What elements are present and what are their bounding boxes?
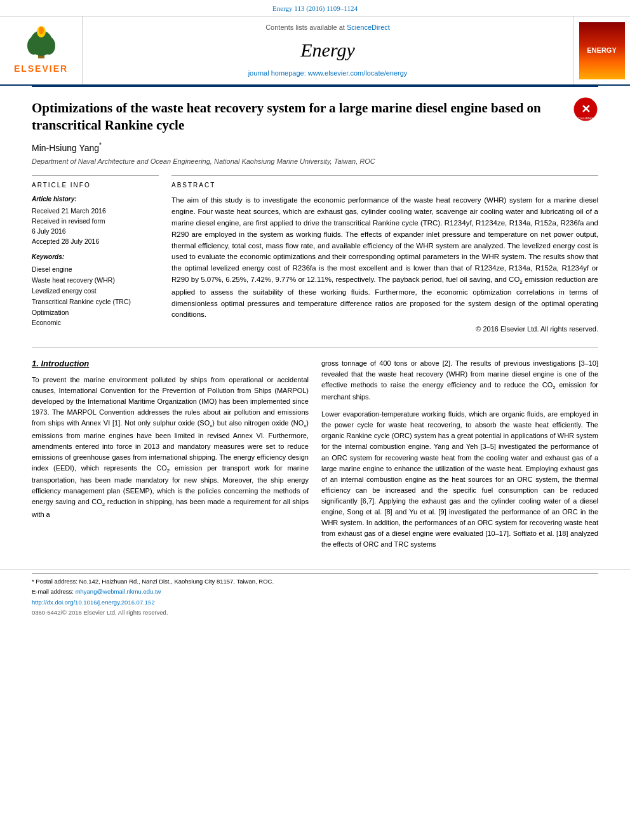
- intro-left-para-1: To prevent the marine environment pollut…: [32, 375, 309, 520]
- keyword-3: Levelized energy cost: [32, 286, 159, 297]
- keywords-list: Diesel engine Waste heat recovery (WHR) …: [32, 264, 159, 328]
- journal-title-area: Contents lists available at ScienceDirec…: [83, 17, 573, 84]
- keyword-4: Transcritical Rankine cycle (TRC): [32, 297, 159, 307]
- title-row: ✕ CrossMark Optimizations of the waste h…: [32, 100, 598, 135]
- email-note: E-mail address: mhyang@webmail.nkmu.edu.…: [32, 587, 598, 596]
- keyword-2: Waste heat recovery (WHR): [32, 275, 159, 286]
- introduction-section: 1. Introduction To prevent the marine en…: [32, 358, 598, 556]
- journal-thumbnail: ENERGY: [579, 22, 625, 79]
- intro-right-col: gross tonnage of 400 tons or above [2]. …: [321, 358, 598, 556]
- intro-right-para-1: gross tonnage of 400 tons or above [2]. …: [321, 358, 598, 403]
- accepted: Accepted 28 July 2016: [32, 237, 159, 247]
- article-info-col: ARTICLE INFO Article history: Received 2…: [32, 175, 159, 334]
- intro-left-col: 1. Introduction To prevent the marine en…: [32, 358, 309, 556]
- keywords-label: Keywords:: [32, 253, 159, 262]
- footer-divider: [32, 573, 598, 574]
- svg-text:✕: ✕: [581, 103, 591, 116]
- postal-note: * Postal address: No.142, Haizhuan Rd., …: [32, 577, 598, 585]
- keyword-1: Diesel engine: [32, 264, 159, 275]
- received-2: Received in revised form: [32, 217, 159, 227]
- elsevier-wordmark: ELSEVIER: [14, 63, 68, 76]
- svg-point-4: [43, 37, 55, 55]
- footer-area: * Postal address: No.142, Haizhuan Rd., …: [0, 569, 630, 620]
- svg-point-6: [39, 27, 44, 34]
- author-name: Min-Hsiung Yang*: [32, 141, 598, 154]
- received-2-date: 6 July 2016: [32, 227, 159, 237]
- analyzed-word: analyzed: [474, 242, 503, 250]
- journal-header: ELSEVIER Contents lists available at Sci…: [0, 17, 630, 86]
- thumbnail-text: ENERGY: [587, 46, 616, 55]
- main-content-area: ✕ CrossMark Optimizations of the waste h…: [0, 87, 630, 569]
- abstract-col: ABSTRACT The aim of this study is to inv…: [171, 175, 598, 334]
- history-label: Article history:: [32, 195, 159, 204]
- journal-thumbnail-area: ENERGY: [573, 17, 630, 84]
- abstract-label: ABSTRACT: [171, 181, 598, 190]
- intro-right-para-2: Lower evaporation-temperature working fl…: [321, 409, 598, 550]
- elsevier-tree-logo: [16, 25, 67, 60]
- article-info-label: ARTICLE INFO: [32, 181, 159, 190]
- issn-line: 0360-5442/© 2016 Elsevier Ltd. All right…: [32, 608, 598, 617]
- email-link[interactable]: mhyang@webmail.nkmu.edu.tw: [76, 588, 161, 595]
- received-1: Received 21 March 2016: [32, 206, 159, 217]
- copyright: © 2016 Elsevier Ltd. All rights reserved…: [171, 324, 598, 334]
- intro-section-heading: 1. Introduction: [32, 358, 309, 370]
- top-bar: Energy 113 (2016) 1109–1124: [0, 0, 630, 17]
- journal-citation: Energy 113 (2016) 1109–1124: [272, 4, 358, 12]
- doi-link[interactable]: http://dx.doi.org/10.1016/j.energy.2016.…: [32, 598, 598, 606]
- article-info-abstract-row: ARTICLE INFO Article history: Received 2…: [32, 175, 598, 334]
- sciencedirect-link[interactable]: ScienceDirect: [347, 23, 390, 31]
- svg-text:CrossMark: CrossMark: [578, 116, 594, 120]
- keyword-6: Economic: [32, 317, 159, 328]
- crossmark-area: ✕ CrossMark: [573, 97, 598, 125]
- contents-available-line: Contents lists available at ScienceDirec…: [265, 23, 390, 32]
- crossmark-icon: ✕ CrossMark: [573, 97, 598, 122]
- elsevier-logo-area: ELSEVIER: [0, 17, 83, 84]
- author-affiliation: Department of Naval Architecture and Oce…: [32, 157, 598, 166]
- journal-name: Energy: [300, 37, 355, 63]
- content-divider: [32, 347, 598, 348]
- elsevier-logo: ELSEVIER: [14, 25, 68, 76]
- svg-point-3: [27, 37, 40, 55]
- homepage-line: journal homepage: www.elsevier.com/locat…: [248, 69, 408, 78]
- homepage-url[interactable]: www.elsevier.com/locate/energy: [308, 69, 408, 77]
- keyword-5: Optimization: [32, 307, 159, 318]
- article-title: Optimizations of the waste heat recovery…: [32, 100, 598, 135]
- abstract-body: The aim of this study is to investigate …: [171, 195, 598, 321]
